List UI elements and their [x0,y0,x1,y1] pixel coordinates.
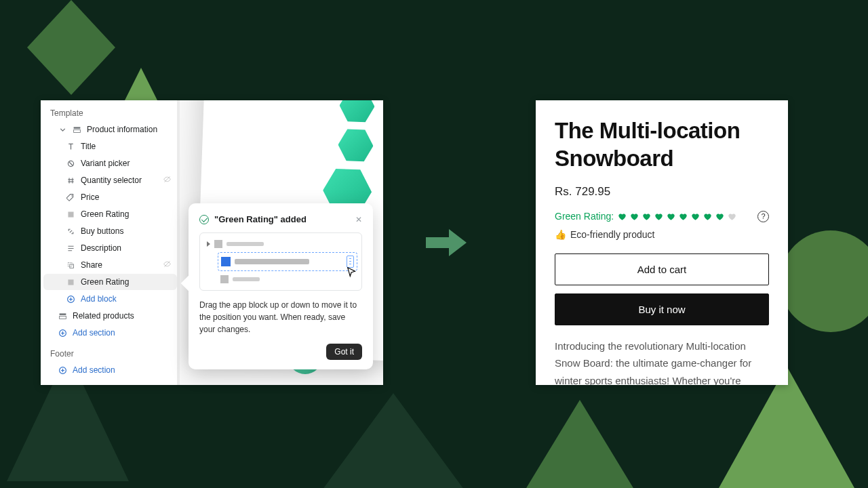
description-icon [66,244,75,253]
sidebar-item-quantity[interactable]: Quantity selector [43,172,177,188]
price-icon [66,193,75,202]
app-block-icon [66,278,75,287]
product-title: The Multi-location Snowboard [555,117,769,173]
sidebar-item-label: Title [81,142,96,151]
heart-icon [690,211,701,222]
sidebar-item-label: Green Rating [81,209,129,219]
sidebar-item-share[interactable]: Share [43,257,177,273]
svg-rect-9 [60,313,66,314]
section-label-template: Template [41,106,180,121]
sidebar-item-product-information[interactable]: Product information [43,121,177,138]
heart-icon [617,211,627,222]
green-rating-hearts [617,211,737,222]
sidebar-item-title[interactable]: Title [43,138,177,155]
check-circle-icon [199,215,209,224]
heart-icon [629,211,639,222]
got-it-button[interactable]: Got it [326,344,362,360]
cursor-icon [346,266,358,279]
chevron-down-icon [58,125,67,134]
green-rating-row: Green Rating: ? [555,211,769,222]
sidebar-item-description[interactable]: Description [43,240,177,256]
svg-rect-0 [74,127,81,128]
heart-icon [727,211,737,222]
tooltip-body: Drag the app block up or down to move it… [199,299,362,336]
sidebar-item-label: Product information [87,125,157,134]
hash-icon [66,176,75,185]
add-section-label: Add section [73,328,115,338]
sidebar-item-label: Description [81,243,121,253]
help-icon[interactable]: ? [757,211,769,222]
text-icon [66,142,75,151]
sidebar-item-label: Quantity selector [81,176,142,185]
svg-rect-4 [68,211,73,217]
close-icon[interactable]: ✕ [355,215,362,224]
hide-icon[interactable] [163,175,172,186]
tooltip-green-rating-added: "Green Rating" added ✕ Drag the app bloc… [189,203,373,369]
tooltip-diagram [199,232,362,291]
svg-rect-10 [60,316,66,319]
heart-icon [678,211,688,222]
editor-sidebar: Template Product information Title Varia… [41,100,180,385]
section-icon [73,125,81,134]
arrow-icon [426,228,467,260]
sidebar-item-green-rating-2[interactable]: Green Rating [43,274,177,290]
product-description: Introducing the revolutionary Multi-loca… [555,338,769,386]
add-section-button[interactable]: Add section [43,325,177,341]
variant-icon [66,159,75,168]
product-card: The Multi-location Snowboard Rs. 729.95 … [536,100,788,385]
eco-label: Eco-friendly product [570,229,655,240]
eco-friendly-row: 👍 Eco-friendly product [555,229,769,240]
sidebar-item-label: Share [81,260,102,270]
thumbs-up-icon: 👍 [555,229,566,240]
sidebar-item-label: Green Rating [81,277,129,287]
svg-rect-1 [74,129,81,132]
product-price: Rs. 729.95 [555,185,769,199]
green-rating-label: Green Rating: [555,211,614,222]
svg-point-3 [71,195,73,197]
heart-icon [666,211,676,222]
heart-icon [654,211,664,222]
heart-icon [715,211,725,222]
add-block-button[interactable]: Add block [43,291,177,307]
svg-rect-7 [68,279,73,285]
share-icon [66,261,75,270]
plus-circle-icon [58,329,67,338]
sidebar-item-label: Related products [73,311,134,321]
plus-circle-icon [58,366,67,375]
heart-icon [642,211,652,222]
add-to-cart-button[interactable]: Add to cart [555,253,769,285]
sidebar-item-label: Variant picker [81,159,130,168]
buy-it-now-button[interactable]: Buy it now [555,293,769,325]
add-section-footer-button[interactable]: Add section [43,362,177,378]
sidebar-item-variant-picker[interactable]: Variant picker [43,155,177,171]
add-section-label: Add section [73,365,115,375]
link-icon [66,227,75,236]
heart-icon [703,211,713,222]
section-icon [58,312,67,321]
sidebar-item-buy-buttons[interactable]: Buy buttons [43,223,177,239]
add-block-label: Add block [81,294,117,304]
sidebar-item-green-rating-1[interactable]: Green Rating [43,206,177,222]
plus-circle-icon [66,295,75,304]
sidebar-item-related-products[interactable]: Related products [43,308,177,324]
sidebar-item-label: Buy buttons [81,226,123,236]
app-block-icon [66,210,75,219]
section-label-footer: Footer [41,346,180,361]
sidebar-item-price[interactable]: Price [43,189,177,205]
hide-icon[interactable] [163,260,172,270]
sidebar-item-label: Price [81,192,99,202]
tooltip-title: "Green Rating" added [214,214,307,224]
